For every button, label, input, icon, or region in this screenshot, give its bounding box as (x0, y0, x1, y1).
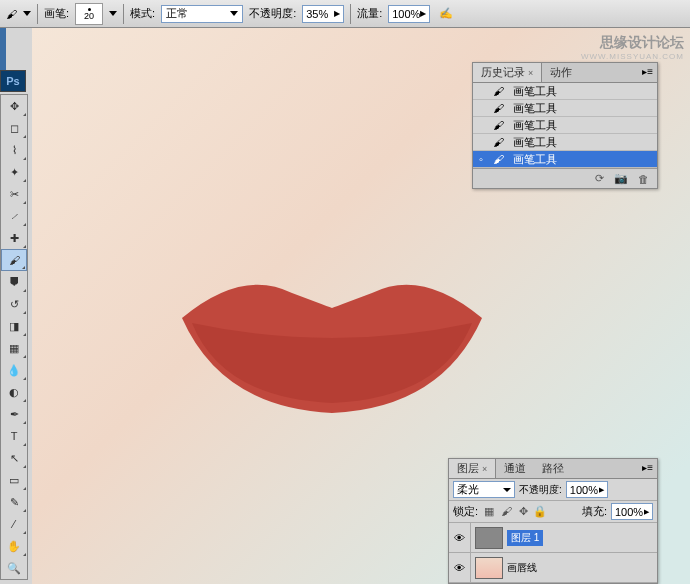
snapshot-icon[interactable]: ⟳ (595, 172, 604, 185)
path-select-tool[interactable]: ↖ (1, 447, 27, 469)
layer-thumbnail[interactable] (475, 557, 503, 579)
divider (350, 4, 351, 24)
crop-tool[interactable]: ✂ (1, 183, 27, 205)
layers-panel: 图层× 通道 路径 ▸≡ 柔光 不透明度: 100%▶ 锁定: ▦ 🖌 ✥ 🔒 … (448, 458, 658, 584)
fill-label: 填充: (582, 504, 607, 519)
eraser-tool[interactable]: ◨ (1, 315, 27, 337)
marquee-tool[interactable]: ◻ (1, 117, 27, 139)
heal-tool[interactable]: ✚ (1, 227, 27, 249)
panel-menu-icon[interactable]: ▸≡ (642, 66, 653, 77)
layer-name[interactable]: 图层 1 (507, 530, 543, 546)
close-icon[interactable]: × (482, 464, 487, 474)
brush-icon: 🖌 (6, 8, 17, 20)
hand-tool[interactable]: ✋ (1, 535, 27, 557)
dodge-tool[interactable]: ◐ (1, 381, 27, 403)
gradient-tool[interactable]: ▦ (1, 337, 27, 359)
options-bar: 🖌 画笔: 20 模式: 正常 不透明度: 35% ▶ 流量: 100% ▶ ✍ (0, 0, 690, 28)
panel-menu-icon[interactable]: ▸≡ (642, 462, 653, 473)
history-item[interactable]: 🖌画笔工具 (473, 83, 657, 100)
shape-tool[interactable]: ▭ (1, 469, 27, 491)
brush-icon: 🖌 (493, 119, 507, 131)
lock-label: 锁定: (453, 504, 478, 519)
history-item[interactable]: 🖌画笔工具 (473, 100, 657, 117)
tab-channels[interactable]: 通道 (496, 459, 534, 478)
wand-tool[interactable]: ✦ (1, 161, 27, 183)
close-icon[interactable]: × (528, 68, 533, 78)
history-item[interactable]: 🖌画笔工具 (473, 117, 657, 134)
pen-tool[interactable]: ✒ (1, 403, 27, 425)
slice-tool[interactable]: ⟋ (1, 205, 27, 227)
visibility-eye-icon[interactable]: 👁 (449, 523, 471, 552)
tab-layers[interactable]: 图层× (449, 459, 496, 478)
mode-select[interactable]: 正常 (161, 5, 243, 23)
history-brush-tool[interactable]: ↺ (1, 293, 27, 315)
watermark-sub: WWW.MISSYUAN.COM (581, 52, 684, 61)
brush-preview[interactable]: 20 (75, 3, 103, 25)
flow-value: 100% (392, 8, 420, 20)
brush-dropdown[interactable] (109, 11, 117, 16)
chevron-down-icon (503, 488, 511, 492)
panel-tabs: 历史记录× 动作 ▸≡ (473, 63, 657, 83)
move-tool[interactable]: ✥ (1, 95, 27, 117)
trash-icon[interactable]: 🗑 (638, 173, 649, 185)
lock-row: 锁定: ▦ 🖌 ✥ 🔒 填充: 100%▶ (449, 501, 657, 523)
opacity-label: 不透明度: (249, 6, 296, 21)
blend-mode-select[interactable]: 柔光 (453, 481, 515, 498)
lock-transparent-icon[interactable]: ▦ (482, 505, 496, 518)
zoom-tool[interactable]: 🔍 (1, 557, 27, 579)
divider (37, 4, 38, 24)
panel-tabs: 图层× 通道 路径 ▸≡ (449, 459, 657, 479)
fill-input[interactable]: 100%▶ (611, 503, 653, 520)
layer-name[interactable]: 画唇线 (507, 561, 537, 575)
lasso-tool[interactable]: ⌇ (1, 139, 27, 161)
flow-label: 流量: (357, 6, 382, 21)
ps-logo: Ps (0, 70, 26, 92)
chevron-down-icon (230, 11, 238, 16)
brush-size: 20 (84, 11, 94, 21)
visibility-eye-icon[interactable]: 👁 (449, 553, 471, 582)
divider (123, 4, 124, 24)
history-list: 🖌画笔工具 🖌画笔工具 🖌画笔工具 🖌画笔工具 🖌画笔工具 (473, 83, 657, 168)
tab-paths[interactable]: 路径 (534, 459, 572, 478)
history-footer: ⟳ 📷 🗑 (473, 168, 657, 188)
mode-label: 模式: (130, 6, 155, 21)
brush-tool[interactable]: 🖌 (1, 249, 27, 271)
stamp-tool[interactable]: ⛊ (1, 271, 27, 293)
airbrush-icon[interactable]: ✍ (436, 4, 456, 24)
tab-actions[interactable]: 动作 (542, 63, 580, 82)
brush-icon: 🖌 (493, 153, 507, 165)
toolbox: ✥ ◻ ⌇ ✦ ✂ ⟋ ✚ 🖌 ⛊ ↺ ◨ ▦ 💧 ◐ ✒ T ↖ ▭ ✎ ⁄ … (0, 94, 28, 580)
layers-options-row: 柔光 不透明度: 100%▶ (449, 479, 657, 501)
history-item[interactable]: 🖌画笔工具 (473, 134, 657, 151)
tab-history[interactable]: 历史记录× (473, 63, 542, 82)
type-tool[interactable]: T (1, 425, 27, 447)
tool-preset-dropdown[interactable] (23, 11, 31, 16)
watermark-main: 思缘设计论坛 (581, 34, 684, 52)
notes-tool[interactable]: ✎ (1, 491, 27, 513)
brush-icon: 🖌 (493, 85, 507, 97)
watermark: 思缘设计论坛 WWW.MISSYUAN.COM (581, 34, 684, 61)
lock-all-icon[interactable]: 🔒 (533, 505, 547, 518)
layer-opacity-input[interactable]: 100%▶ (566, 481, 608, 498)
eyedropper-tool[interactable]: ⁄ (1, 513, 27, 535)
opacity-value: 35% (306, 8, 328, 20)
layer-item[interactable]: 👁 图层 1 (449, 523, 657, 553)
flow-input[interactable]: 100% ▶ (388, 5, 430, 23)
layer-thumbnail[interactable] (475, 527, 503, 549)
opacity-input[interactable]: 35% ▶ (302, 5, 344, 23)
left-accent (0, 28, 6, 70)
blur-tool[interactable]: 💧 (1, 359, 27, 381)
new-snapshot-icon[interactable]: 📷 (614, 172, 628, 185)
layer-item[interactable]: 👁 画唇线 (449, 553, 657, 583)
lock-icons: ▦ 🖌 ✥ 🔒 (482, 505, 547, 518)
brush-icon: 🖌 (493, 136, 507, 148)
history-item[interactable]: 🖌画笔工具 (473, 151, 657, 168)
history-panel: 历史记录× 动作 ▸≡ 🖌画笔工具 🖌画笔工具 🖌画笔工具 🖌画笔工具 🖌画笔工… (472, 62, 658, 189)
lock-position-icon[interactable]: ✥ (516, 505, 530, 518)
opacity-label: 不透明度: (519, 483, 562, 497)
brush-label: 画笔: (44, 6, 69, 21)
canvas-content-lips (162, 258, 502, 418)
lock-pixels-icon[interactable]: 🖌 (499, 505, 513, 518)
mode-value: 正常 (166, 6, 188, 21)
brush-icon: 🖌 (493, 102, 507, 114)
